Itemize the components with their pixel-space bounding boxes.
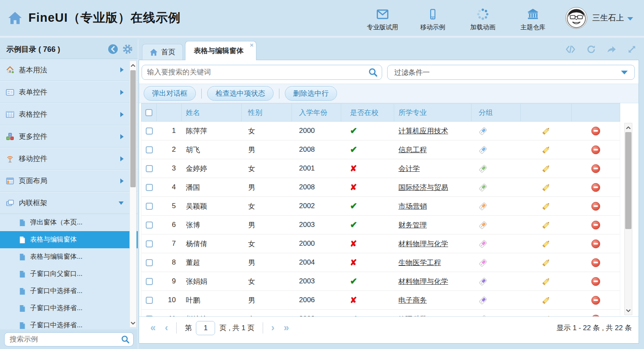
row-checkbox[interactable] <box>146 278 153 285</box>
scroll-up-icon[interactable] <box>130 62 136 69</box>
header-action[interactable]: 专业版试用 <box>367 7 398 31</box>
column-header[interactable]: 姓名 <box>182 104 242 121</box>
table-row[interactable]: 8董超男2004✘生物医学工程 <box>142 253 620 272</box>
sidebar-subitem[interactable]: 子窗口向父窗口... <box>0 265 138 283</box>
table-row[interactable]: 11赵婷婷女2002✔管理科学 <box>142 310 620 316</box>
share-icon[interactable] <box>606 44 617 55</box>
major-link[interactable]: 市场营销 <box>398 201 427 211</box>
table-row[interactable]: 5吴颖颖女2002✔市场营销 <box>142 197 620 216</box>
toolbar-button[interactable]: 检查选中项状态 <box>207 86 274 101</box>
edit-pencil-icon[interactable] <box>542 314 551 316</box>
next-page-icon[interactable]: › <box>267 323 279 333</box>
sidebar-subitem[interactable]: 表格与编辑窗体 <box>0 231 138 248</box>
user-menu[interactable]: 三生石上 <box>565 7 633 29</box>
sidebar-subitem[interactable]: 表格与编辑窗体... <box>0 248 138 265</box>
major-link[interactable]: 材料物理与化学 <box>398 277 448 286</box>
header-action[interactable]: 主题仓库 <box>517 7 549 31</box>
expand-icon[interactable] <box>626 44 637 55</box>
table-row[interactable]: 1陈萍萍女2000✔计算机应用技术 <box>142 122 620 140</box>
tag-icon[interactable] <box>479 201 488 211</box>
edit-pencil-icon[interactable] <box>542 164 551 173</box>
search-icon[interactable] <box>121 335 130 344</box>
column-header[interactable]: 是否在校 <box>341 104 394 121</box>
tag-icon[interactable] <box>479 258 488 267</box>
edit-pencil-icon[interactable] <box>542 201 551 211</box>
tag-icon[interactable] <box>479 277 488 286</box>
scroll-down-icon[interactable] <box>625 307 632 314</box>
select-all-checkbox[interactable] <box>145 109 152 116</box>
toolbar-button[interactable]: 弹出对话框 <box>144 86 196 101</box>
table-row[interactable]: 4潘国男2008✘国际经济与贸易 <box>142 178 620 197</box>
delete-icon[interactable] <box>591 277 600 286</box>
keyword-search-input[interactable] <box>142 65 382 80</box>
tag-icon[interactable] <box>479 126 488 135</box>
tab-table-edit-window[interactable]: 表格与编辑窗体 × <box>185 41 256 60</box>
last-page-icon[interactable]: » <box>279 323 294 333</box>
row-checkbox[interactable] <box>146 203 153 210</box>
first-page-icon[interactable]: « <box>146 323 160 333</box>
sidebar-item[interactable]: 基本用法 <box>0 59 138 81</box>
refresh-icon[interactable] <box>586 44 597 55</box>
edit-pencil-icon[interactable] <box>542 220 551 229</box>
sidebar-subitem[interactable]: 子窗口中选择省... <box>0 300 138 317</box>
scroll-down-icon[interactable] <box>130 320 136 326</box>
home-icon[interactable] <box>8 11 23 25</box>
edit-pencil-icon[interactable] <box>542 239 551 248</box>
edit-pencil-icon[interactable] <box>542 126 551 135</box>
delete-icon[interactable] <box>591 221 600 229</box>
tag-icon[interactable] <box>479 164 488 173</box>
sidebar-search-input[interactable] <box>4 332 134 346</box>
header-action[interactable]: 移动示例 <box>417 7 449 31</box>
edit-pencil-icon[interactable] <box>542 145 551 154</box>
row-checkbox[interactable] <box>146 146 153 153</box>
close-icon[interactable]: × <box>250 42 254 48</box>
header-action[interactable]: 加载动画 <box>467 7 499 31</box>
row-checkbox[interactable] <box>146 259 153 266</box>
delete-icon[interactable] <box>591 145 600 154</box>
tag-icon[interactable] <box>479 220 488 229</box>
edit-pencil-icon[interactable] <box>542 183 551 192</box>
source-code-icon[interactable] <box>565 44 576 55</box>
tab-home[interactable]: 首页 <box>142 44 183 60</box>
tag-icon[interactable] <box>479 145 488 154</box>
sidebar-scrollbar[interactable] <box>129 61 137 328</box>
sidebar-subitem[interactable]: 子窗口中选择省... <box>0 283 138 300</box>
delete-icon[interactable] <box>591 127 600 135</box>
prev-page-icon[interactable]: ‹ <box>160 323 173 333</box>
sidebar-item[interactable]: 表格控件 <box>0 103 138 125</box>
major-link[interactable]: 材料物理与化学 <box>398 239 448 249</box>
delete-icon[interactable] <box>591 239 600 248</box>
sidebar-item[interactable]: 页面布局 <box>0 170 138 192</box>
delete-icon[interactable] <box>591 258 600 267</box>
table-row[interactable]: 6张博男2003✔财务管理 <box>142 216 620 234</box>
tag-icon[interactable] <box>479 296 488 305</box>
collapse-sidebar-icon[interactable] <box>108 44 118 54</box>
page-number-input[interactable] <box>196 321 215 335</box>
row-checkbox[interactable] <box>146 127 153 135</box>
row-checkbox[interactable] <box>146 316 153 317</box>
edit-pencil-icon[interactable] <box>542 258 551 267</box>
row-checkbox[interactable] <box>146 297 153 304</box>
table-row[interactable]: 3金婷婷女2001✘会计学 <box>142 159 620 178</box>
sidebar-item[interactable]: 内联框架 <box>0 192 138 214</box>
column-header[interactable]: 所学专业 <box>394 104 472 121</box>
major-link[interactable]: 电子商务 <box>398 296 427 305</box>
tag-icon[interactable] <box>479 314 488 316</box>
sidebar-item[interactable]: 移动控件 <box>0 148 138 170</box>
major-link[interactable]: 管理科学 <box>398 314 427 317</box>
column-header[interactable]: 分组 <box>472 104 521 121</box>
major-link[interactable]: 财务管理 <box>398 220 427 230</box>
scrollbar-thumb[interactable] <box>130 70 136 187</box>
toolbar-button[interactable]: 删除选中行 <box>285 86 337 101</box>
table-row[interactable]: 2胡飞男2008✔信息工程 <box>142 140 620 159</box>
delete-icon[interactable] <box>591 202 600 211</box>
major-link[interactable]: 计算机应用技术 <box>398 126 448 136</box>
grid-scrollbar[interactable] <box>624 123 632 315</box>
tag-icon[interactable] <box>479 239 488 248</box>
delete-icon[interactable] <box>591 164 600 173</box>
table-row[interactable]: 9张娟娟女2003✔材料物理与化学 <box>142 272 620 291</box>
tag-icon[interactable] <box>479 183 488 192</box>
column-header[interactable]: 入学年份 <box>292 104 341 121</box>
scroll-up-icon[interactable] <box>625 124 632 131</box>
gear-icon[interactable] <box>122 44 133 54</box>
